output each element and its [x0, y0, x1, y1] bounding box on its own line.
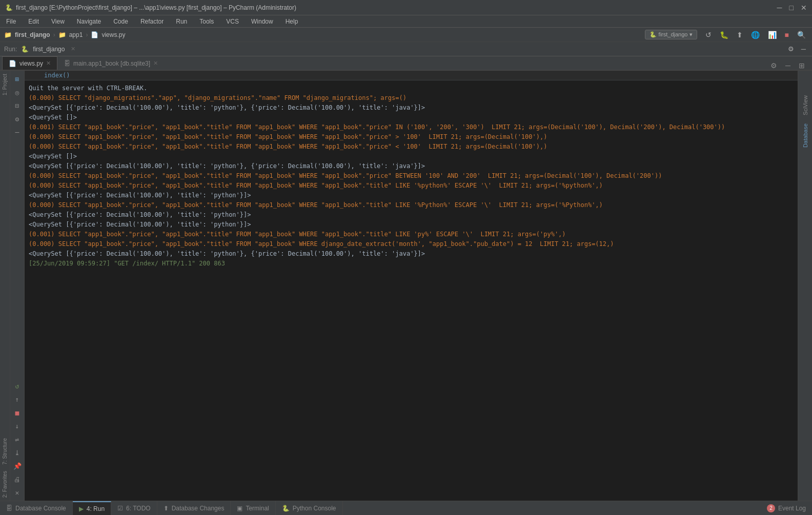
menu-bar: File Edit View Navigate Code Refactor Ru… — [0, 15, 812, 28]
content-area: index() Quit the server with CTRL-BREAK.… — [25, 71, 798, 501]
bottom-tabs: 🗄 Database Console ▶ 4: Run ☑ 6: TODO ⬆ … — [0, 501, 812, 515]
event-log-badge: 2 — [767, 504, 775, 512]
left-panel-project-label[interactable]: 1: Project — [1, 71, 9, 98]
left-panel-structure-label[interactable]: 7: Structure — [1, 435, 9, 468]
right-panel-database-label[interactable]: Database — [800, 119, 810, 152]
python-console-icon: 🐍 — [282, 505, 290, 512]
run-output-line: <QuerySet [{'price': Decimal('100.00'), … — [29, 191, 794, 200]
minimize-window-button[interactable]: ─ — [777, 4, 782, 12]
panel-minimize-btn[interactable]: ─ — [799, 44, 808, 54]
event-log-button[interactable]: 2 Event Log — [761, 501, 812, 516]
menu-tools[interactable]: Tools — [197, 17, 216, 26]
menu-code[interactable]: Code — [111, 17, 130, 26]
terminal-label: Terminal — [246, 505, 269, 512]
bottom-tab-python-console[interactable]: 🐍 Python Console — [276, 501, 343, 516]
menu-run[interactable]: Run — [174, 17, 189, 26]
close-window-button[interactable]: ✕ — [801, 4, 807, 12]
run-config-close[interactable]: ✕ — [71, 46, 75, 52]
panel-settings-btn[interactable]: ⚙ — [786, 44, 796, 54]
run-config-name[interactable]: first_django — [33, 46, 65, 53]
menu-window[interactable]: Window — [249, 17, 275, 26]
run-output-line: (0.000) SELECT "django_migrations"."app"… — [29, 93, 794, 102]
search-button[interactable]: 🔍 — [795, 30, 808, 40]
menu-edit[interactable]: Edit — [26, 17, 41, 26]
sidebar-settings-icon[interactable]: ⚙ — [11, 113, 24, 125]
run-config-dropdown[interactable]: 🐍 first_django ▾ — [643, 29, 699, 40]
maximize-window-button[interactable]: □ — [789, 4, 794, 12]
run-close-icon[interactable]: ✕ — [11, 486, 24, 499]
bottom-tab-todo[interactable]: ☑ 6: TODO — [111, 501, 157, 516]
tab-bar: 📄 views.py ✕ 🗄 main.app1_book [db.sqlite… — [0, 56, 812, 71]
run-output-line: (0.000) SELECT "app1_book"."price", "app… — [29, 142, 794, 151]
db-changes-label: Database Changes — [172, 505, 225, 512]
run-print-icon[interactable]: 🖨 — [11, 473, 24, 485]
breadcrumb-project[interactable]: first_django — [15, 31, 50, 38]
vertical-left-labels: 1: Project 7: Structure 2: Favorites — [0, 71, 10, 501]
tab-sqlite-label: main.app1_book [db.sqlite3] — [73, 60, 150, 67]
db-console-icon: 🗄 — [6, 505, 12, 512]
run-icon: ▶ — [79, 505, 84, 512]
file-icon: 📄 — [91, 31, 98, 38]
breadcrumb-sep1: › — [53, 31, 55, 38]
app-icon: 🐍 — [5, 4, 13, 11]
run-output-line: <QuerySet [{'price': Decimal('100.00'), … — [29, 220, 794, 229]
coverage-button[interactable]: ⬆ — [735, 30, 745, 40]
run-toggle-wrap-icon[interactable]: ⇌ — [11, 433, 24, 445]
run-label-bottom: 4: Run — [87, 505, 105, 512]
left-panel-favorites-label[interactable]: 2: Favorites — [1, 468, 9, 501]
event-log-label: Event Log — [778, 505, 806, 512]
stop-button[interactable]: ■ — [783, 30, 791, 40]
right-panel-sciview-label[interactable]: SciView — [800, 91, 810, 119]
sidebar-collapse-btn[interactable]: ⊟ — [11, 99, 24, 112]
run-rerun-icon[interactable]: ↺ — [11, 380, 24, 392]
profile-button[interactable]: 🌐 — [749, 30, 762, 40]
tab-views-close[interactable]: ✕ — [46, 60, 51, 67]
run-output-line: (0.000) SELECT "app1_book"."price", "app… — [29, 171, 794, 180]
run-output[interactable]: Quit the server with CTRL-BREAK.(0.000) … — [25, 80, 798, 501]
title-bar: 🐍 first_django [E:\PythonProject\first_d… — [0, 0, 812, 15]
run-scroll-down-icon[interactable]: ↓ — [11, 420, 24, 432]
run-output-line: (0.000) SELECT "app1_book"."price", "app… — [29, 239, 794, 249]
index-label: index() — [44, 72, 70, 79]
debug-button[interactable]: 🐛 — [718, 30, 730, 40]
python-console-label: Python Console — [293, 505, 336, 512]
run-output-line: <QuerySet []> — [29, 152, 794, 161]
run-output-line: <QuerySet [{'price': Decimal('100.00'), … — [29, 210, 794, 219]
tab-sqlite-close[interactable]: ✕ — [153, 60, 158, 67]
menu-vcs[interactable]: VCS — [224, 17, 241, 26]
sidebar-locate-btn[interactable]: ◎ — [11, 86, 24, 98]
tab-sqlite[interactable]: 🗄 main.app1_book [db.sqlite3] ✕ — [57, 56, 165, 70]
run-scroll-end-icon[interactable]: ⤓ — [11, 446, 24, 459]
title-text: first_django [E:\PythonProject\first_dja… — [16, 4, 296, 11]
db-console-label: Database Console — [15, 505, 66, 512]
run-output-line: <QuerySet [{'price': Decimal('100.00'), … — [29, 249, 794, 258]
main-layout: 1: Project 7: Structure 2: Favorites ⊞ ◎… — [0, 71, 812, 501]
menu-help[interactable]: Help — [283, 17, 300, 26]
tab-views-py[interactable]: 📄 views.py ✕ — [2, 56, 57, 70]
bottom-tab-run[interactable]: ▶ 4: Run — [73, 501, 111, 516]
sidebar-expand-btn[interactable]: ⊞ — [11, 73, 24, 85]
bottom-tab-terminal[interactable]: ▣ Terminal — [231, 501, 275, 516]
breadcrumb-folder[interactable]: app1 — [69, 31, 83, 38]
breadcrumb-sep2: › — [86, 31, 88, 38]
run-scroll-up-icon[interactable]: ↑ — [11, 393, 24, 405]
tab-expand-btn[interactable]: ⊞ — [796, 61, 808, 70]
rerun-button[interactable]: ↺ — [703, 30, 714, 40]
menu-file[interactable]: File — [4, 17, 18, 26]
tab-minimize-btn[interactable]: ─ — [782, 61, 794, 70]
bottom-tab-db-changes[interactable]: ⬆ Database Changes — [157, 501, 231, 516]
bottom-tab-db-console[interactable]: 🗄 Database Console — [0, 501, 73, 516]
sidebar-minimize-icon[interactable]: ─ — [11, 126, 24, 138]
menu-refactor[interactable]: Refactor — [138, 17, 166, 26]
breadcrumb-file[interactable]: views.py — [102, 31, 125, 38]
run-pin-icon[interactable]: 📌 — [11, 460, 24, 472]
run-stop-icon[interactable]: ■ — [11, 406, 24, 419]
folder-icon: 📁 — [58, 31, 66, 38]
menu-navigate[interactable]: Navigate — [75, 17, 103, 26]
run-output-line: (0.001) SELECT "app1_book"."price", "app… — [29, 122, 794, 132]
tab-settings-btn[interactable]: ⚙ — [767, 61, 780, 70]
run-config-label: first_django ▾ — [659, 31, 693, 38]
menu-view[interactable]: View — [49, 17, 67, 26]
concurrency-button[interactable]: 📊 — [766, 30, 779, 40]
run-config-bar: Run: 🐍 first_django ✕ ⚙ ─ — [0, 42, 812, 56]
